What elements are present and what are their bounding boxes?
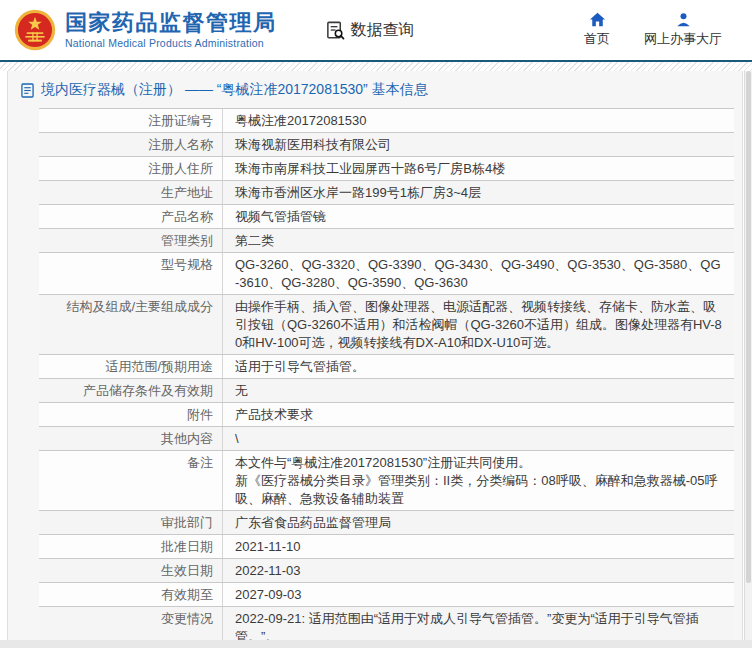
row-value: 产品技术要求 [222,403,734,426]
row-label: 注册人住所 [39,157,222,180]
table-row: 产品储存条件及有效期无 [39,378,734,402]
table-row: 注册人名称珠海视新医用科技有限公司 [39,132,734,156]
vertical-scrollbar[interactable] [744,71,752,640]
row-label: 注册证编号 [39,109,222,132]
table-row: 备注本文件与“粤械注准20172081530”注册证共同使用。 新《医疗器械分类… [39,450,734,510]
row-value: \ [222,427,734,450]
table-row: 生效日期2022-11-03 [39,558,734,582]
row-value: 视频气管插管镜 [222,205,734,228]
home-icon [589,12,606,27]
row-value: 2022-11-03 [222,559,734,582]
row-label-text: 注册人住所 [148,161,213,176]
nav-data-query-label: 数据查询 [351,20,415,41]
agency-title: 国家药品监督管理局 National Medical Products Admi… [65,11,277,49]
row-label-text: 结构及组成/主要组成成分 [66,299,213,314]
row-value: 珠海市南屏科技工业园屏西十路6号厂房B栋4楼 [222,157,734,180]
row-value: 由操作手柄、插入管、图像处理器、电源适配器、视频转接线、存储卡、防水盖、吸引按钮… [222,295,734,354]
row-label-text: 批准日期 [161,539,213,554]
table-row: 审批部门广东省食品药品监督管理局 [39,510,734,534]
scrollbar-thumb[interactable] [746,71,751,583]
person-icon [675,12,692,27]
row-label-text: 变更情况 [161,611,213,626]
agency-title-cn: 国家药品监督管理局 [65,11,277,35]
row-label: 有效期至 [39,583,222,606]
table-row: 其他内容\ [39,426,734,450]
row-label-text: 备注 [187,455,213,470]
row-label-text: 适用范围/预期用途 [105,359,213,374]
row-value: 广东省食品药品监督管理局 [222,511,734,534]
row-label-text: 产品名称 [161,209,213,224]
nav-service-hall[interactable]: 网上办事大厅 [644,12,722,48]
row-label-text: 产品储存条件及有效期 [83,383,213,398]
row-label: 其他内容 [39,427,222,450]
row-label: 管理类别 [39,229,222,252]
row-label-text: 附件 [187,407,213,422]
row-label-text: 生产地址 [161,185,213,200]
row-label-text: 管理类别 [161,233,213,248]
row-label-text: 注册证编号 [148,113,213,128]
row-label: 审批部门 [39,511,222,534]
site-header: 国家药品监督管理局 National Medical Products Admi… [0,0,752,60]
nav-data-query[interactable]: 数据查询 [325,20,415,41]
row-label: 附件 [39,403,222,426]
row-value: 珠海视新医用科技有限公司 [222,133,734,156]
row-value: 第二类 [222,229,734,252]
row-label: 产品储存条件及有效期 [39,379,222,402]
row-label: 适用范围/预期用途 [39,355,222,378]
nav-home-label: 首页 [584,30,610,48]
row-label: 结构及组成/主要组成成分 [39,295,222,354]
row-label-text: 其他内容 [161,431,213,446]
hatch-band [0,62,752,71]
row-value: 珠海市香洲区水岸一路199号1栋厂房3~4层 [222,181,734,204]
row-label: 产品名称 [39,205,222,228]
row-value: QG-3260、QG-3320、QG-3390、QG-3430、QG-3490、… [222,253,734,294]
table-row: 附件产品技术要求 [39,402,734,426]
document-icon [21,83,34,98]
bottom-strip [0,640,752,648]
row-label: 生产地址 [39,181,222,204]
header-right-nav: 首页 网上办事大厅 [584,12,752,48]
row-value: 适用于引导气管插管。 [222,355,734,378]
table-row: 适用范围/预期用途适用于引导气管插管。 [39,354,734,378]
nav-home[interactable]: 首页 [584,12,610,48]
row-label: 批准日期 [39,535,222,558]
breadcrumb-text: 境内医疗器械（注册） —— “粤械注准20172081530” 基本信息 [41,81,428,99]
table-row: 管理类别第二类 [39,228,734,252]
row-value: 2027-09-03 [222,583,734,606]
agency-title-en: National Medical Products Administration [65,37,277,49]
table-row: 生产地址珠海市香洲区水岸一路199号1栋厂房3~4层 [39,180,734,204]
agency-logo: 国家药品监督管理局 National Medical Products Admi… [13,8,277,52]
table-row: 注册人住所珠海市南屏科技工业园屏西十路6号厂房B栋4楼 [39,156,734,180]
info-table: 注册证编号粤械注准20172081530注册人名称珠海视新医用科技有限公司注册人… [39,108,734,648]
row-label: 生效日期 [39,559,222,582]
table-row: 型号规格QG-3260、QG-3320、QG-3390、QG-3430、QG-3… [39,252,734,294]
row-value: 2021-11-10 [222,535,734,558]
nav-service-hall-label: 网上办事大厅 [644,30,722,48]
national-emblem-icon [13,8,57,52]
row-label-text: 注册人名称 [148,137,213,152]
row-label-text: 审批部门 [161,515,213,530]
table-row: 注册证编号粤械注准20172081530 [39,108,734,132]
row-label: 注册人名称 [39,133,222,156]
row-value: 本文件与“粤械注准20172081530”注册证共同使用。 新《医疗器械分类目录… [222,451,734,510]
breadcrumb: 境内医疗器械（注册） —— “粤械注准20172081530” 基本信息 [8,71,742,108]
row-value: 无 [222,379,734,402]
table-row: 批准日期2021-11-10 [39,534,734,558]
row-label: 型号规格 [39,253,222,294]
table-row: 结构及组成/主要组成成分由操作手柄、插入管、图像处理器、电源适配器、视频转接线、… [39,294,734,354]
page: { "header": { "agency_cn": "国家药品监督管理局", … [0,0,752,648]
table-row: 有效期至2027-09-03 [39,582,734,606]
row-label-text: 有效期至 [161,587,213,602]
row-value: 粤械注准20172081530 [222,109,734,132]
content-panel: 境内医疗器械（注册） —— “粤械注准20172081530” 基本信息 注册证… [7,71,743,648]
document-search-icon [325,20,346,41]
row-label: 备注 [39,451,222,510]
row-label-text: 生效日期 [161,563,213,578]
row-label-text: 型号规格 [161,257,213,272]
table-row: 产品名称视频气管插管镜 [39,204,734,228]
